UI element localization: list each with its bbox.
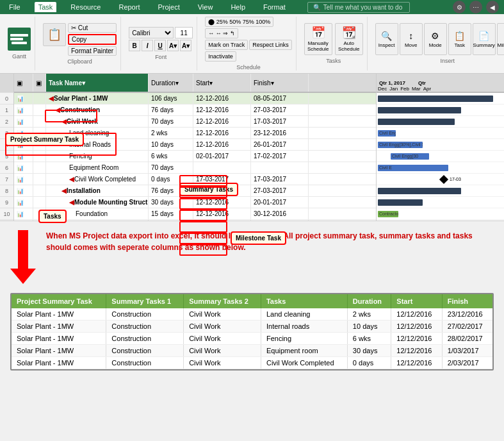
align-buttons[interactable]: ↔ ↔ ⇒ ↰: [205, 28, 238, 38]
row-taskname: ◀ Civil Work: [46, 116, 149, 127]
row-taskname: Fencing: [46, 151, 149, 162]
row-start: 02-01-2017: [193, 151, 251, 162]
font-color-button[interactable]: A▾: [167, 40, 179, 51]
gantt-bar: Civil E: [378, 165, 448, 171]
schedule-group: ⬤ 25% 50% 75% 100% ↔ ↔ ⇒ ↰ Mark on Track…: [201, 17, 297, 71]
underline-button[interactable]: U: [154, 40, 166, 51]
paste-button[interactable]: 📋: [43, 23, 66, 46]
col-hdr-duration[interactable]: Duration ▾: [149, 74, 193, 92]
inspect-button[interactable]: 🔍 Inspect: [375, 23, 398, 55]
table-cell: Civil Work Completed: [261, 357, 347, 369]
ribbon-tab-help[interactable]: Help: [227, 2, 249, 12]
row-icon: 📊: [14, 185, 33, 196]
bold-button[interactable]: B: [129, 40, 140, 51]
table-row[interactable]: Solar Plant - 1MWConstructionCivil WorkL…: [12, 308, 492, 320]
manually-schedule-button[interactable]: 📅 ManuallySchedule: [304, 23, 332, 55]
col-hdr-start[interactable]: Start ▾: [193, 74, 251, 92]
font-size-input[interactable]: [175, 27, 193, 38]
summary-button[interactable]: 📄 Summary: [473, 23, 496, 55]
table-row[interactable]: Solar Plant - 1MWConstructionCivil WorkF…: [12, 333, 492, 345]
row-start: 12-12-2016: [193, 104, 251, 115]
milestone-label: Milestone: [498, 42, 504, 48]
move-button[interactable]: ↕ Move: [400, 23, 423, 55]
spreadsheet: 0 1 2 3 4 5 6 7 8 9 10 11 12 13 14 15 ▣ …: [0, 74, 504, 221]
row-finish: 20-01-2017: [251, 220, 309, 220]
gantt-qtr2: Qtr: [418, 80, 426, 86]
more-icon[interactable]: ⋯: [469, 1, 482, 13]
row-icon: 📊: [14, 197, 33, 208]
table-cell: Solar Plant - 1MW: [12, 320, 106, 333]
table-row[interactable]: 📊 Fencing 6 wks 02-01-2017 17-02-2017: [14, 151, 376, 162]
table-row[interactable]: 📊 ◀ Civil Work 70 days 12-12-2016 17-03-…: [14, 116, 376, 128]
col-hdr-icon1: ▣: [14, 74, 33, 92]
row-num-9: 9: [0, 197, 13, 208]
highlight-button[interactable]: A▾: [180, 40, 191, 51]
row-taskname: ◀ Construction: [46, 104, 149, 115]
table-row[interactable]: Solar Plant - 1MWConstructionCivil WorkC…: [12, 357, 492, 369]
row-num-11: 11: [0, 220, 13, 221]
table-row[interactable]: 📊 ◀ Installation 76 days 12-12-2016 27-0…: [14, 185, 376, 197]
font-family-select[interactable]: Calibri: [129, 27, 174, 38]
format-painter-button[interactable]: Format Painter: [68, 46, 117, 56]
table-row[interactable]: 📊 Equipment Room 70 days: [14, 162, 376, 174]
mode-button[interactable]: ⚙ Mode: [424, 23, 447, 55]
row-finish: 23-12-2016: [251, 128, 309, 138]
back-icon[interactable]: ◀: [486, 1, 499, 13]
spreadsheet-section: 0 1 2 3 4 5 6 7 8 9 10 11 12 13 14 15 ▣ …: [0, 74, 504, 221]
row-duration: 15 days: [149, 208, 193, 219]
table-cell: Construction: [106, 333, 184, 345]
row-num-4: 4: [0, 139, 13, 151]
ribbon-tab-format[interactable]: Format: [259, 2, 289, 12]
table-row[interactable]: 📊 ◀ Construction 76 days 12-12-2016 27-0…: [14, 104, 376, 116]
copy-button[interactable]: Copy: [68, 34, 117, 45]
ribbon-tab-file[interactable]: File: [5, 2, 24, 12]
row-num-header: [0, 74, 13, 93]
auto-schedule-button[interactable]: 📆 AutoSchedule: [335, 23, 363, 55]
row-num-3: 3: [0, 128, 13, 139]
row-icon: 📊: [14, 128, 33, 138]
table-row[interactable]: 📊 ◀ Civil Work Completed 0 days 17-03-20…: [14, 174, 376, 185]
gantt-row-3: Civil Engg[30%],Civil Sup,Cor: [377, 128, 504, 139]
search-box[interactable]: Tell me what you want to do: [323, 4, 402, 11]
milestone-button[interactable]: ◆ Milestone: [497, 23, 504, 55]
ribbon-tab-task[interactable]: Task: [35, 2, 57, 12]
ribbon-tab-view[interactable]: View: [194, 2, 217, 12]
row-taskname: Internal Roads: [46, 139, 149, 150]
table-row[interactable]: 📊 ◀ Module Mounting Structure 30 days 12…: [14, 197, 376, 208]
table-cell: 2/03/2017: [442, 357, 492, 369]
row-finish: 17-03-2017: [251, 116, 309, 127]
gantt-row-5: Civil Engg[30: [377, 151, 504, 162]
col-hdr-taskname[interactable]: Task Name ▾: [46, 74, 149, 92]
col-hdr-finish[interactable]: Finish ▾: [251, 74, 309, 92]
row-duration: 76 days: [149, 104, 193, 115]
task-button[interactable]: 📋 Task: [448, 23, 471, 55]
table-row[interactable]: 📊 ◀ Solar Plant - 1MW 106 days 12-12-201…: [14, 93, 376, 104]
gantt-bar: [378, 199, 423, 206]
settings-icon[interactable]: ⚙: [453, 1, 466, 13]
table-header-row: Project Summary Task Summary Tasks 1 Sum…: [12, 294, 492, 308]
table-row[interactable]: 📊 Eraction 15 days 02-01-2017 20-01-2017: [14, 220, 376, 220]
inactivate[interactable]: Inactivate: [205, 51, 236, 62]
percent-buttons[interactable]: ⬤ 25% 50% 75% 100%: [205, 17, 273, 27]
italic-button[interactable]: I: [142, 40, 153, 51]
ribbon-tab-resource[interactable]: Resource: [67, 2, 104, 12]
mark-on-track[interactable]: Mark on Track: [205, 40, 248, 50]
gantt-row-6: Civil E: [377, 162, 504, 174]
gantt-bar: Civil Engg[30: [391, 153, 429, 160]
table-row[interactable]: 📊 Internal Roads 10 days 12-12-2016 26-0…: [14, 139, 376, 151]
table-row[interactable]: Solar Plant - 1MWConstructionCivil WorkE…: [12, 345, 492, 357]
row-start: 12-12-2016: [193, 139, 251, 150]
col-summary1: Summary Tasks 1: [106, 294, 184, 308]
table-row[interactable]: Solar Plant - 1MWConstructionCivil WorkI…: [12, 320, 492, 333]
table-row[interactable]: 📊 Land cleaning 2 wks 12-12-2016 23-12-2…: [14, 128, 376, 139]
gantt-button[interactable]: [8, 28, 31, 51]
cut-button[interactable]: ✂ Cut: [68, 23, 117, 33]
row-finish: 27-03-2017: [251, 104, 309, 115]
table-cell: 23/12/2016: [442, 308, 492, 320]
insert-label: Insert: [440, 58, 455, 64]
ribbon-tab-project[interactable]: Project: [154, 2, 183, 12]
row-taskname: ◀ Solar Plant - 1MW: [46, 93, 149, 104]
table-row[interactable]: 📊 Foundation 15 days 12-12-2016 30-12-20…: [14, 208, 376, 220]
respect-links[interactable]: Respect Links: [249, 40, 292, 50]
ribbon-tab-report[interactable]: Report: [115, 2, 143, 12]
